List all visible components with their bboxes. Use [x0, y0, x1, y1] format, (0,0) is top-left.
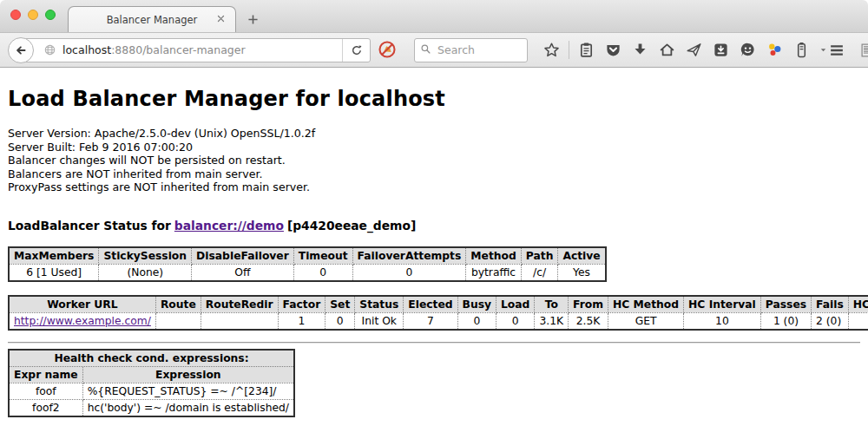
health-check-expressions-table: Health check cond. expressions:Expr name…: [8, 349, 295, 417]
worker-status-table: Worker URLRouteRouteRedirFactorSetStatus…: [8, 295, 868, 331]
table-cell: Init Ok: [355, 312, 404, 330]
table-cell: GET: [608, 312, 684, 330]
column-header: Timeout: [293, 247, 352, 265]
table-cell: foof: [9, 383, 82, 399]
column-header: RouteRedir: [201, 296, 278, 313]
new-tab-button[interactable]: [243, 10, 262, 29]
table-cell: Off: [192, 264, 294, 281]
zoom-window-button[interactable]: [45, 10, 56, 20]
column-header: Factor: [278, 296, 326, 313]
video-download-icon[interactable]: [711, 40, 731, 61]
column-header: StickySession: [99, 247, 192, 265]
pocket-icon[interactable]: [603, 40, 623, 61]
table-cell: 0: [457, 312, 496, 330]
table-cell: [201, 312, 278, 330]
balancer-settings-table: MaxMembersStickySessionDisableFailoverTi…: [8, 246, 607, 282]
column-header: Load: [496, 296, 535, 313]
column-header: Set: [326, 296, 355, 313]
pixel-doc-extension-icon[interactable]: [859, 40, 868, 61]
reload-button[interactable]: [342, 39, 370, 62]
search-icon: [420, 42, 436, 58]
column-header: Fails: [812, 296, 849, 313]
column-header: Status: [355, 296, 404, 313]
column-header: Route: [155, 296, 201, 313]
table-cell: hc('body') =~ /domain is established/: [82, 399, 294, 416]
clipboard-icon[interactable]: [576, 40, 596, 61]
search-bar[interactable]: [414, 38, 528, 62]
battery-icon[interactable]: [792, 40, 812, 61]
toolbar-icon-strip: [542, 40, 828, 61]
server-version-line: Server Version: Apache/2.5.0-dev (Unix) …: [8, 127, 860, 141]
table-cell: 1: [278, 312, 326, 330]
table-cell: 6 [1 Used]: [9, 264, 99, 281]
column-header: MaxMembers: [9, 247, 99, 265]
column-header: Busy: [457, 296, 496, 313]
home-icon[interactable]: [657, 40, 677, 61]
column-header: Expression: [82, 366, 294, 383]
column-header: DisableFailover: [192, 247, 294, 265]
tab-balancer-manager[interactable]: Balancer Manager: [68, 6, 236, 32]
server-built-line: Server Built: Feb 9 2016 07:00:20: [8, 141, 860, 154]
minimize-window-button[interactable]: [28, 10, 38, 20]
table-cell: 2 (0): [812, 312, 849, 330]
worker-url-link[interactable]: http://www.example.com/: [14, 315, 151, 327]
search-input[interactable]: [436, 43, 514, 57]
table-row: 6 [1 Used](None)Off00bytraffic/c/Yes: [9, 264, 606, 281]
url-path: :8880/balancer-manager: [111, 43, 245, 56]
section-divider: [8, 342, 860, 344]
table-cell: 2.5K: [569, 312, 608, 330]
column-header: HC Interval: [684, 296, 761, 313]
column-header: Method: [466, 247, 521, 265]
titlebar: Balancer Manager: [0, 0, 868, 32]
emoji-icon[interactable]: [738, 40, 758, 61]
table-cell: [848, 312, 868, 330]
column-header: Active: [558, 247, 606, 265]
color-dots-icon[interactable]: [765, 40, 785, 61]
balancers-note-line: Balancers are NOT inherited from main se…: [8, 167, 860, 181]
table-cell: Yes: [558, 264, 606, 281]
table-cell: (None): [99, 264, 192, 281]
url-text: localhost:8880/balancer-manager: [62, 43, 342, 56]
server-info: Server Version: Apache/2.5.0-dev (Unix) …: [8, 127, 860, 194]
column-header: Path: [521, 247, 558, 265]
plugin-blocked-icon[interactable]: [378, 40, 398, 60]
caret-icon[interactable]: [819, 40, 828, 61]
proxypass-note-line: ProxyPass settings are NOT inherited fro…: [8, 180, 860, 194]
back-button[interactable]: [8, 37, 34, 63]
table-cell: 0: [293, 264, 352, 281]
column-header: Expr name: [9, 366, 82, 383]
url-host: localhost: [62, 43, 111, 56]
balancer-demo-link[interactable]: balancer://demo: [174, 219, 284, 233]
table-cell: [155, 312, 201, 330]
send-icon[interactable]: [684, 40, 704, 61]
column-header: From: [569, 296, 608, 313]
status-suffix: [p4420eeae_demo]: [287, 219, 416, 233]
column-header: Passes: [760, 296, 811, 313]
table-cell: 0: [496, 312, 535, 330]
column-header: FailoverAttempts: [352, 247, 466, 265]
bookmark-star-icon[interactable]: [542, 40, 562, 61]
column-header: HC uri: [848, 296, 868, 313]
persist-note-line: Balancer changes will NOT be persisted o…: [8, 154, 860, 167]
table-cell: foof2: [9, 399, 82, 416]
page-title: Load Balancer Manager for localhost: [8, 68, 860, 111]
url-bar[interactable]: localhost:8880/balancer-manager: [20, 38, 371, 62]
table-cell: 0: [326, 312, 355, 330]
table-row: foof%{REQUEST_STATUS} =~ /^[234]/: [9, 383, 294, 399]
page-content: Load Balancer Manager for localhost Serv…: [0, 68, 868, 425]
table-cell: 3.1K: [535, 312, 569, 330]
table-cell: http://www.example.com/: [9, 312, 155, 330]
table-cell: 1 (0): [760, 312, 811, 330]
table-title: Health check cond. expressions:: [9, 350, 294, 367]
table-cell: /c/: [521, 264, 558, 281]
download-icon[interactable]: [630, 40, 650, 61]
browser-window: Balancer Manager localhost:8880/balancer…: [0, 0, 868, 426]
tab-close-icon[interactable]: [215, 13, 228, 26]
table-cell: 10: [684, 312, 761, 330]
loadbalancer-status-heading: LoadBalancer Status forbalancer://demo[p…: [8, 219, 860, 233]
globe-icon: [43, 43, 57, 57]
table-cell: %{REQUEST_STATUS} =~ /^[234]/: [82, 383, 294, 399]
close-window-button[interactable]: [10, 10, 21, 20]
hamburger-menu-icon[interactable]: [828, 39, 845, 62]
table-cell: 0: [352, 264, 466, 281]
